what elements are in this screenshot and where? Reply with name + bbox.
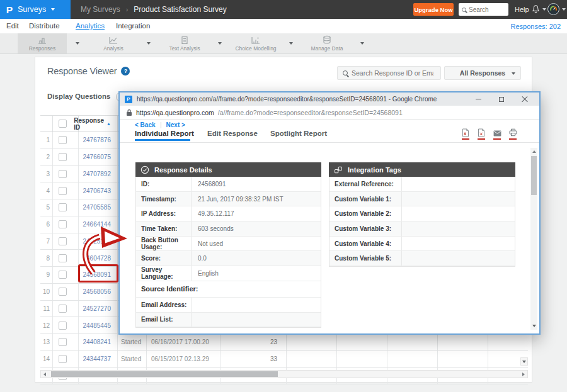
- scroll-left-button[interactable]: [41, 371, 49, 378]
- row-checkbox[interactable]: [59, 153, 67, 161]
- response-id-cell: 24707892: [79, 166, 118, 182]
- horizontal-scrollbar[interactable]: [40, 370, 528, 378]
- row-number: 14: [40, 351, 53, 367]
- row-checkbox[interactable]: [59, 187, 67, 195]
- popup-vertical-scrollbar[interactable]: [530, 148, 537, 330]
- response-id-link[interactable]: 24568056: [83, 288, 112, 295]
- nav-item-edit[interactable]: Edit: [6, 22, 19, 30]
- response-id-link[interactable]: 24767876: [83, 137, 112, 143]
- row-checkbox[interactable]: [59, 355, 67, 363]
- response-id-link[interactable]: 24408241: [83, 339, 112, 345]
- arrow-right-icon: [522, 372, 525, 376]
- avatar[interactable]: [547, 3, 559, 15]
- row-checkbox[interactable]: [59, 271, 67, 279]
- tab-individual-report[interactable]: Individual Report: [135, 130, 194, 137]
- row-checkbox[interactable]: [59, 338, 67, 346]
- choice-modelling-button[interactable]: Choice Modelling: [231, 33, 280, 53]
- email-icon[interactable]: [493, 128, 502, 138]
- row-checkbox[interactable]: [59, 305, 67, 313]
- close-button[interactable]: [515, 92, 534, 106]
- notifications-bell-icon[interactable]: [531, 4, 541, 14]
- row-checkbox[interactable]: [59, 288, 67, 296]
- display-questions-label: Display Questions: [47, 92, 110, 100]
- checkbox-cell: [53, 132, 79, 148]
- manage-data-dropdown-button[interactable]: [352, 33, 373, 53]
- popup-title-bar[interactable]: P https://qa.questionpro.com/a//frame.do…: [120, 92, 539, 106]
- response-id-cell: 24527270: [79, 301, 118, 317]
- minimize-button[interactable]: [469, 92, 488, 106]
- text-analysis-button[interactable]: Text Analysis: [160, 33, 209, 53]
- detail-row: ID:24568091: [136, 177, 321, 192]
- maximize-icon: [499, 97, 504, 102]
- row-checkbox[interactable]: [59, 237, 67, 245]
- response-search-box[interactable]: [337, 66, 441, 80]
- minimize-icon: [476, 99, 481, 100]
- response-id-link[interactable]: 24766075: [83, 154, 112, 160]
- popup-scrollbar-thumb[interactable]: [531, 156, 537, 195]
- manage-data-button[interactable]: Manage Data: [302, 33, 352, 53]
- global-search-input[interactable]: [469, 6, 504, 13]
- help-link[interactable]: Help: [515, 6, 529, 13]
- checkbox-cell: [53, 301, 79, 317]
- next-link[interactable]: Next >: [166, 121, 185, 128]
- responses-dropdown-button[interactable]: [67, 33, 88, 53]
- response-search-input[interactable]: [352, 69, 433, 77]
- response-id-link[interactable]: 24344737: [83, 356, 112, 362]
- analysis-button[interactable]: Analysis: [89, 33, 138, 53]
- response-id-header[interactable]: Response ID▲: [79, 116, 118, 132]
- row-checkbox[interactable]: [59, 136, 67, 144]
- row-number: 12: [40, 317, 53, 333]
- help-question-icon[interactable]: ?: [121, 67, 130, 76]
- select-all-checkbox[interactable]: [59, 120, 67, 128]
- upgrade-now-button[interactable]: Upgrade Now: [413, 3, 454, 16]
- nav-item-analytics[interactable]: Analytics: [76, 22, 105, 30]
- popup-url-bar[interactable]: https://qa.questionpro.com/a//frame.do?m…: [120, 106, 539, 120]
- response-id-link[interactable]: 24707892: [83, 171, 112, 177]
- response-id-link[interactable]: 24705585: [83, 204, 112, 211]
- toolbar-group-choice-modelling: Choice Modelling: [231, 33, 302, 53]
- chevron-down-icon: [51, 8, 55, 11]
- scroll-right-button[interactable]: [520, 371, 527, 378]
- print-icon[interactable]: [509, 128, 518, 138]
- response-filter-dropdown[interactable]: All Responses: [444, 66, 521, 80]
- arrow-down-icon: [522, 361, 526, 363]
- popup-scroll-down-button[interactable]: [530, 322, 537, 330]
- choice-modelling-dropdown-button[interactable]: [280, 33, 302, 53]
- row-checkbox[interactable]: [59, 220, 67, 228]
- response-id-link[interactable]: 24485445: [83, 322, 112, 329]
- response-id-link[interactable]: 24706743: [83, 188, 112, 194]
- response-id-link[interactable]: 24527270: [83, 305, 112, 312]
- tab-edit-response[interactable]: Edit Response: [207, 130, 258, 137]
- surveys-menu[interactable]: P Surveys: [0, 0, 71, 19]
- nav-item-integration[interactable]: Integration: [116, 22, 150, 30]
- status-cell: Started: [118, 351, 147, 367]
- avatar-chevron-icon[interactable]: [562, 8, 566, 11]
- row-checkbox[interactable]: [59, 170, 67, 178]
- check-circle-icon: [140, 165, 149, 174]
- global-search-box[interactable]: [459, 3, 508, 16]
- export-pdf-icon[interactable]: [462, 128, 471, 138]
- notifications-chevron-icon[interactable]: [542, 8, 546, 11]
- checkbox-cell: [53, 284, 79, 300]
- tab-spotlight-report[interactable]: Spotlight Report: [270, 130, 327, 137]
- nav-item-distribute[interactable]: Distribute: [29, 22, 60, 30]
- row-checkbox[interactable]: [59, 254, 67, 262]
- back-link[interactable]: < Back: [135, 121, 156, 128]
- analysis-dropdown-button[interactable]: [138, 33, 159, 53]
- choice-modelling-icon: [251, 36, 261, 45]
- breadcrumb-my-surveys[interactable]: My Surveys: [81, 5, 120, 14]
- text-analysis-dropdown-button[interactable]: [209, 33, 231, 53]
- export-excel-icon[interactable]: [478, 128, 486, 138]
- checkbox-cell: [53, 199, 79, 216]
- row-checkbox[interactable]: [59, 322, 67, 330]
- horizontal-scrollbar-thumb[interactable]: [51, 371, 278, 377]
- popup-scroll-up-button[interactable]: [530, 148, 537, 155]
- responses-count-badge[interactable]: Responses: 202: [511, 23, 561, 30]
- checkbox-cell: [53, 351, 79, 367]
- breadcrumb-current-survey: Product Satisfaction Survey: [134, 5, 226, 14]
- scroll-down-button[interactable]: [520, 357, 528, 366]
- row-checkbox[interactable]: [59, 203, 67, 211]
- checkbox-cell: [53, 317, 79, 333]
- responses-button[interactable]: Responses: [18, 33, 67, 53]
- maximize-button[interactable]: [492, 92, 511, 106]
